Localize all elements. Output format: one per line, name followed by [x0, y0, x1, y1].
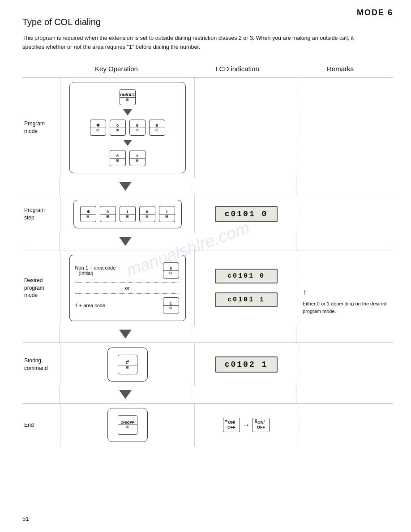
- keys-row-1: ON/OFF ⊞: [119, 88, 137, 106]
- col-header-key: Key Operation: [49, 65, 184, 73]
- big-arrow-4: [119, 390, 132, 399]
- lcd-storing: c0102 1: [215, 356, 278, 373]
- program-mode-label: Programmode: [22, 77, 60, 178]
- option2-row: 1 + area code 1 ⊞: [75, 296, 180, 314]
- program-step-remarks: [298, 195, 393, 233]
- end-remarks: [298, 403, 393, 446]
- storing-lcd: c0102 1: [195, 343, 298, 386]
- big-arrow-2: [119, 237, 132, 246]
- end-label: End: [22, 403, 60, 446]
- program-step-lcd: c0101 0: [195, 195, 298, 233]
- arrow-1: [123, 109, 132, 116]
- remark-arrow-indicator: ↑: [303, 286, 389, 298]
- lcd-step: c0101 0: [215, 206, 278, 222]
- keys-row-3: 6 ⊞ # ⊞: [109, 149, 146, 167]
- option1-key-btn: 0 ⊞: [163, 262, 179, 279]
- zero-key-3: 0 ⊞: [149, 120, 165, 136]
- end-box: ON/OFF ⊞: [107, 408, 148, 442]
- keys-row-2: ✱ ⊞ 0 ⊞ 0 ⊞ 0 ⊞: [89, 119, 166, 137]
- star-key: ✱ ⊞: [90, 120, 106, 136]
- end-lcd-content: ≋ ON/OFF → ▐ ON/OFF: [223, 418, 270, 432]
- page-title: Type of COL dialing: [22, 17, 393, 27]
- arrow-2: [123, 140, 132, 146]
- onoff-solid-btn: ▐ ON/OFF: [253, 418, 270, 432]
- program-step-label: Programstep: [22, 195, 60, 233]
- remark-content: ↑ Either 0 or 1 depending on the desired…: [303, 286, 389, 315]
- program-step-section: Programstep ✱ ⊞ 0 ⊞ 1 ⊞: [22, 195, 393, 233]
- step-1-key: 1 ⊞: [120, 206, 136, 222]
- arrow-between-4: [22, 386, 393, 403]
- end-onoff-key: ON/OFF ⊞: [118, 415, 137, 435]
- option1-row: Non 1 + area code (Initial) 0 ⊞: [75, 262, 180, 279]
- option1-label: Non 1 + area code (Initial): [75, 265, 116, 276]
- hash-key-program: # ⊞: [129, 150, 146, 166]
- end-section: End ON/OFF ⊞ ≋ ON/OFF → ▐: [22, 403, 393, 446]
- or-text: or: [75, 285, 180, 291]
- col-header-lcd: LCD indication: [184, 65, 291, 73]
- storing-keys: # ⊞: [60, 343, 195, 386]
- storing-command-section: Storingcommand # ⊞ c0102 1: [22, 343, 393, 386]
- program-mode-remarks: [298, 77, 393, 178]
- program-step-keys: ✱ ⊞ 0 ⊞ 1 ⊞ 0 ⊞: [60, 195, 195, 233]
- step-star-key: ✱ ⊞: [80, 206, 96, 222]
- program-mode-keys: ON/OFF ⊞ ✱ ⊞ 0 ⊞: [60, 77, 195, 178]
- col-header-remarks: Remarks: [291, 65, 390, 73]
- lcd-arrow-symbol: →: [243, 421, 250, 429]
- step-0b-key: 0 ⊞: [139, 206, 155, 222]
- zero-key-1: 0 ⊞: [110, 120, 126, 136]
- six-key: 6 ⊞: [110, 150, 126, 166]
- arrow-between-3: [22, 326, 393, 343]
- storing-remarks: [298, 343, 393, 386]
- column-headers: Key Operation LCD indication Remarks: [49, 65, 393, 73]
- lcd-desired-2: c0101 1: [215, 292, 278, 307]
- end-lcd: ≋ ON/OFF → ▐ ON/OFF: [195, 403, 298, 446]
- option1-sub: (Initial): [79, 270, 116, 276]
- step-keys-row: ✱ ⊞ 0 ⊞ 1 ⊞ 0 ⊞: [79, 205, 176, 223]
- hash-store-key: # ⊞: [118, 355, 137, 374]
- description-text: This program is required when the extens…: [22, 34, 372, 51]
- program-step-box: ✱ ⊞ 0 ⊞ 1 ⊞ 0 ⊞: [73, 200, 182, 228]
- big-arrow-1: [119, 182, 132, 191]
- end-keys: ON/OFF ⊞: [60, 403, 195, 446]
- desired-remark-text: Either 0 or 1 depending on the desired p…: [303, 300, 389, 315]
- lcd-desired-1: c0101 0: [215, 269, 278, 283]
- big-arrow-3: [119, 330, 132, 339]
- dotted-divider-2: [75, 293, 180, 294]
- dotted-divider: [75, 282, 180, 283]
- desired-keys: Non 1 + area code (Initial) 0 ⊞ or 1 + a…: [60, 250, 195, 326]
- program-mode-lcd: [195, 77, 298, 178]
- mode-header: MODE 6: [357, 8, 393, 17]
- page-number: 51: [22, 515, 29, 522]
- storing-label: Storingcommand: [22, 343, 60, 386]
- zero-key-2: 0 ⊞: [129, 120, 146, 136]
- arrow-between-2: [22, 233, 393, 250]
- desired-lcd: c0101 0 c0101 1: [195, 250, 298, 326]
- end-keys-row: ON/OFF ⊞: [117, 414, 138, 436]
- arrow-between-1: [22, 178, 393, 195]
- step-1b-key: 1 ⊞: [159, 206, 175, 222]
- desired-remarks: ↑ Either 0 or 1 depending on the desired…: [298, 250, 393, 326]
- option2-label: 1 + area code: [75, 303, 106, 308]
- storing-box: # ⊞: [107, 348, 148, 382]
- program-mode-box: ON/OFF ⊞ ✱ ⊞ 0 ⊞: [69, 82, 186, 173]
- option1-title: Non 1 + area code: [75, 265, 116, 270]
- onoff-key-btn: ON/OFF ⊞: [120, 89, 136, 105]
- page: MODE 6 Type of COL dialing This program …: [0, 0, 411, 532]
- desired-box: Non 1 + area code (Initial) 0 ⊞ or 1 + a…: [69, 255, 186, 321]
- onoff-blink-btn: ≋ ON/OFF: [223, 418, 240, 432]
- storing-keys-row: # ⊞: [117, 354, 138, 375]
- step-0-key: 0 ⊞: [100, 206, 116, 222]
- desired-label: Desiredprogrammode: [22, 250, 60, 326]
- option2-key-btn: 1 ⊞: [163, 297, 179, 313]
- desired-program-section: Desiredprogrammode Non 1 + area code (In…: [22, 250, 393, 326]
- program-mode-section: Programmode ON/OFF ⊞ ✱ ⊞: [22, 77, 393, 178]
